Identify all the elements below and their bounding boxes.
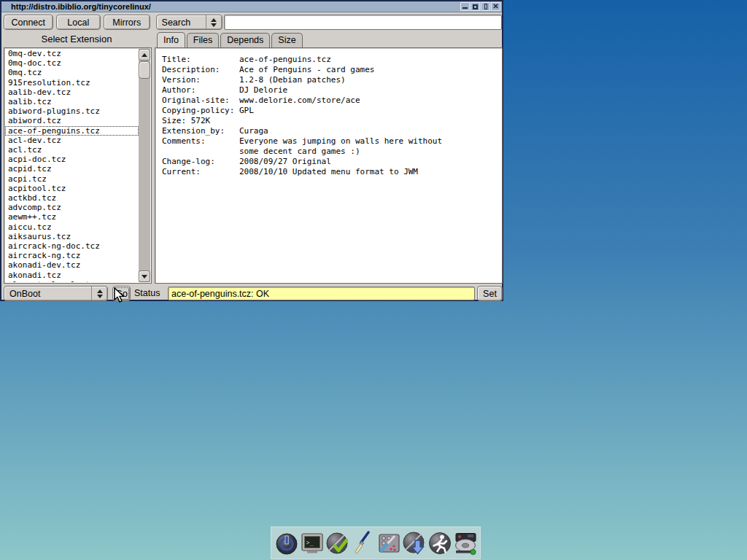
run-icon[interactable] (427, 531, 452, 556)
list-item[interactable]: akonadi.tcz (5, 271, 139, 280)
window-title: http://distro.ibiblio.org/tinycorelinux/ (11, 2, 460, 11)
dock: >_ (271, 526, 481, 559)
list-item[interactable]: ace-of-penguins.tcz (5, 126, 139, 136)
set-button[interactable]: Set (477, 286, 503, 301)
list-item[interactable]: acpi.tcz (5, 174, 139, 184)
maximize-button[interactable] (471, 2, 480, 11)
control-panel-icon[interactable] (376, 531, 401, 556)
list-item[interactable]: abiword-plugins.tcz (5, 106, 139, 116)
arrow-down-icon (142, 275, 147, 279)
status-label: Status (134, 288, 160, 298)
list-item[interactable]: 0mq.tcz (5, 68, 139, 77)
list-item[interactable]: acpi-doc.tcz (5, 155, 139, 164)
scroll-down-button[interactable] (139, 271, 150, 282)
search-mode-value: Search (157, 15, 206, 29)
bottom-bar: OnBoot Go Status Set (1, 284, 502, 303)
maximize-icon (473, 4, 478, 9)
tab-size[interactable]: Size (271, 33, 302, 47)
list-item[interactable]: 0mq-doc.tcz (5, 58, 139, 68)
header-row: Select Extension Info Files Depends Size (1, 31, 502, 47)
minimize-button[interactable] (460, 2, 470, 11)
go-button[interactable]: Go (112, 286, 131, 301)
list-item[interactable]: 915resolution.tcz (5, 78, 139, 88)
list-item[interactable]: acl-dev.tcz (5, 136, 139, 145)
search-mode-dropdown[interactable]: Search (156, 15, 222, 30)
list-item[interactable]: aewm++.tcz (5, 212, 139, 222)
dropdown-arrows-icon (206, 15, 222, 29)
mirrors-button[interactable]: Mirrors (104, 15, 150, 30)
window-controls: ✕ (460, 2, 500, 11)
list-item[interactable]: aalib-dev.tcz (5, 88, 139, 97)
appbrowser-window: http://distro.ibiblio.org/tinycorelinux/… (0, 0, 503, 301)
list-item[interactable]: aiccu.tcz (5, 222, 139, 232)
list-item[interactable]: 0mq-dev.tcz (5, 49, 139, 58)
status-field[interactable] (168, 287, 475, 300)
exit-icon[interactable] (274, 531, 299, 556)
search-input[interactable] (224, 15, 502, 30)
list-item[interactable]: advcomp.tcz (5, 203, 139, 212)
close-button[interactable]: ✕ (491, 2, 500, 11)
install-mode-value: OnBoot (4, 287, 91, 300)
list-item[interactable]: abiword.tcz (5, 116, 139, 125)
list-item[interactable]: acl.tcz (5, 145, 139, 155)
extension-listbox: 0mq-dev.tcz0mq-doc.tcz0mq.tcz915resoluti… (4, 47, 152, 284)
scroll-up-button[interactable] (139, 49, 150, 61)
scrollbar-thumb[interactable] (139, 61, 150, 79)
list-item[interactable]: aalib.tcz (5, 97, 139, 106)
tab-bar: Info Files Depends Size (157, 32, 304, 47)
dropdown-arrows-icon (91, 287, 107, 300)
install-mode-dropdown[interactable]: OnBoot (4, 286, 108, 301)
minimize-icon (462, 7, 468, 9)
list-item[interactable]: actkbd.tcz (5, 193, 139, 203)
list-item[interactable]: aircrack-ng.tcz (5, 251, 139, 260)
apps-audit-icon[interactable] (325, 531, 350, 556)
list-item[interactable]: akonadi-dev.tcz (5, 260, 139, 270)
info-panel: Title: ace-of-penguins.tcz Description: … (155, 47, 503, 284)
select-extension-label: Select Extension (1, 34, 152, 44)
shade-icon (484, 4, 487, 9)
shade-button[interactable] (481, 2, 490, 11)
tab-files[interactable]: Files (187, 33, 219, 47)
list-item[interactable]: acpid.tcz (5, 164, 139, 174)
arrow-up-icon (142, 53, 147, 57)
paint-icon[interactable] (351, 531, 376, 556)
tab-depends[interactable]: Depends (220, 33, 270, 47)
list-item[interactable]: aircrack-ng-doc.tcz (5, 241, 139, 251)
close-icon: ✕ (492, 3, 498, 10)
mount-tool-icon[interactable] (453, 531, 478, 556)
list-item[interactable]: acpitool.tcz (5, 184, 139, 193)
connect-button[interactable]: Connect (4, 15, 53, 30)
toolbar: Connect Local Mirrors Search (1, 14, 502, 31)
extension-list: 0mq-dev.tcz0mq-doc.tcz0mq.tcz915resoluti… (5, 49, 139, 282)
desktop: { "window": { "title": "http://distro.ib… (0, 0, 747, 560)
extension-info-text: Title: ace-of-penguins.tcz Description: … (155, 48, 502, 177)
tab-info[interactable]: Info (157, 32, 185, 47)
list-item[interactable]: aiksaurus.tcz (5, 232, 139, 241)
titlebar[interactable]: http://distro.ibiblio.org/tinycorelinux/… (1, 1, 502, 12)
terminal-icon[interactable]: >_ (300, 531, 325, 556)
list-item[interactable]: alacarte-locale.tcz (5, 280, 139, 282)
svg-text:>_: >_ (306, 538, 314, 545)
local-button[interactable]: Local (56, 15, 101, 30)
app-browser-icon[interactable] (402, 531, 427, 556)
list-scrollbar[interactable] (139, 49, 150, 282)
